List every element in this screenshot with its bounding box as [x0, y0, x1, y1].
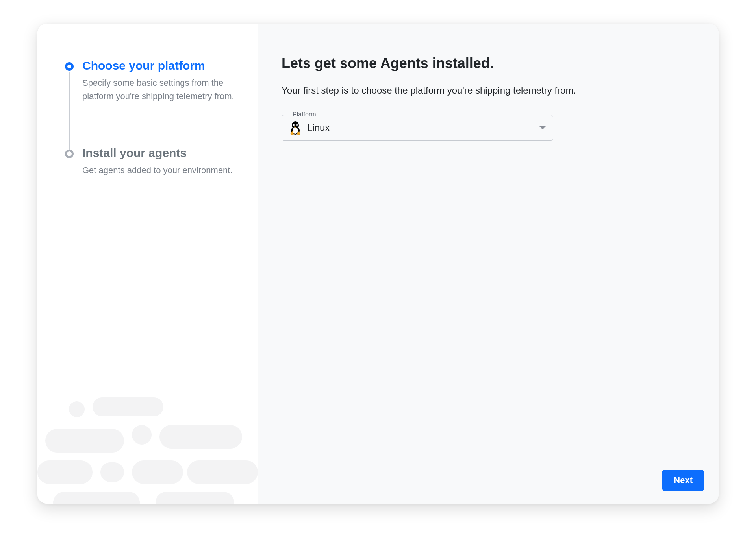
svg-point-2 [293, 127, 298, 134]
step-choose-platform[interactable]: Choose your platform Specify some basic … [65, 59, 238, 146]
wizard-sidebar: Choose your platform Specify some basic … [37, 24, 258, 504]
linux-icon [289, 121, 302, 135]
step-text: Choose your platform Specify some basic … [82, 59, 238, 103]
svg-point-6 [296, 124, 297, 125]
stepper: Choose your platform Specify some basic … [65, 59, 238, 177]
wizard-card: Choose your platform Specify some basic … [37, 24, 719, 504]
step-install-agents[interactable]: Install your agents Get agents added to … [65, 146, 238, 177]
platform-select-wrapper: Platform Linux [282, 115, 553, 141]
step-connector-line [69, 72, 70, 150]
platform-select-label: Platform [289, 111, 319, 118]
step-title: Install your agents [82, 146, 238, 160]
platform-select-value: Linux [307, 122, 534, 133]
page-subtitle: Your first step is to choose the platfor… [282, 85, 695, 96]
footer-actions: Next [662, 470, 704, 491]
decorative-background [37, 393, 258, 504]
chevron-down-icon [539, 126, 546, 129]
platform-select[interactable]: Linux [282, 115, 553, 141]
step-indicator-inactive-icon [65, 150, 74, 158]
page-title: Lets get some Agents installed. [282, 55, 695, 72]
step-title: Choose your platform [82, 59, 238, 72]
step-description: Get agents added to your environment. [82, 164, 238, 177]
svg-point-5 [294, 124, 295, 125]
next-button[interactable]: Next [662, 470, 704, 491]
step-indicator-active-icon [65, 62, 74, 71]
step-description: Specify some basic settings from the pla… [82, 76, 238, 103]
wizard-main-panel: Lets get some Agents installed. Your fir… [258, 24, 719, 504]
step-text: Install your agents Get agents added to … [82, 146, 238, 177]
